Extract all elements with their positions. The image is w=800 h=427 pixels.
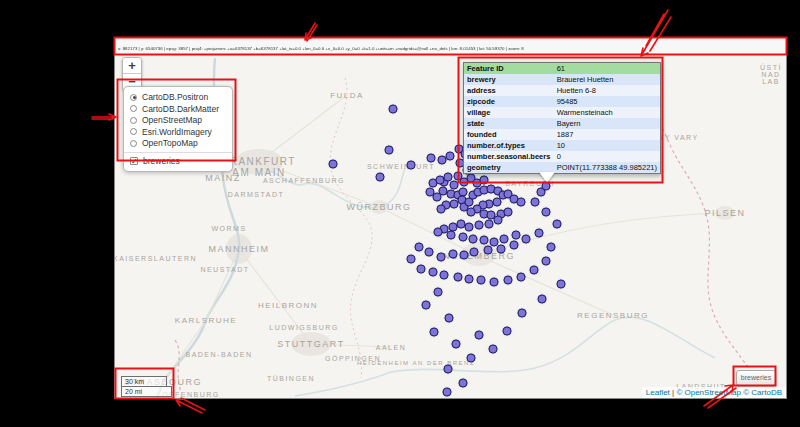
brewery-marker[interactable] xyxy=(452,340,461,349)
brewery-marker[interactable] xyxy=(469,235,478,244)
brewery-marker[interactable] xyxy=(447,231,456,240)
brewery-marker[interactable] xyxy=(547,243,556,252)
brewery-marker[interactable] xyxy=(517,198,526,207)
brewery-marker[interactable] xyxy=(538,295,547,304)
brewery-marker[interactable] xyxy=(454,273,463,282)
brewery-marker[interactable] xyxy=(557,280,566,289)
popup-tip xyxy=(539,172,555,183)
radio-icon[interactable] xyxy=(130,117,137,124)
brewery-marker[interactable] xyxy=(475,221,484,230)
popup-row: breweryBrauerei Huetten xyxy=(464,74,660,85)
map-window: x: 882173 | y: 6540736 | epsg: 3857 | pr… xyxy=(114,37,787,399)
zoom-to-breweries-button[interactable]: breweries xyxy=(736,370,776,386)
brewery-marker[interactable] xyxy=(517,273,526,282)
brewery-marker[interactable] xyxy=(450,181,459,190)
popup-row: number.seasonal.beers0 xyxy=(464,151,660,162)
brewery-marker[interactable] xyxy=(512,231,521,240)
brewery-marker[interactable] xyxy=(437,253,446,262)
popup-field-label: address xyxy=(464,85,554,96)
brewery-marker[interactable] xyxy=(444,365,453,374)
brewery-marker[interactable] xyxy=(389,105,398,114)
brewery-marker[interactable] xyxy=(497,245,506,254)
osm-link[interactable]: © OpenStreetMap xyxy=(676,388,741,397)
brewery-marker[interactable] xyxy=(465,223,474,232)
checkbox-icon[interactable]: ✓ xyxy=(130,157,138,165)
brewery-marker[interactable] xyxy=(489,345,498,354)
brewery-marker[interactable] xyxy=(427,154,436,163)
brewery-marker[interactable] xyxy=(445,314,454,323)
brewery-marker[interactable] xyxy=(530,266,539,275)
brewery-marker[interactable] xyxy=(467,354,476,363)
brewery-marker[interactable] xyxy=(376,173,385,182)
brewery-marker[interactable] xyxy=(542,208,551,217)
brewery-marker[interactable] xyxy=(440,271,449,280)
base-layer-option-esri-worldimagery[interactable]: Esri.WorldImagery xyxy=(130,127,226,138)
brewery-marker[interactable] xyxy=(490,278,499,287)
brewery-marker[interactable] xyxy=(407,161,416,170)
brewery-marker[interactable] xyxy=(465,275,474,284)
brewery-marker[interactable] xyxy=(417,265,426,274)
brewery-marker[interactable] xyxy=(449,250,458,259)
base-layer-option-openstreetmap[interactable]: OpenStreetMap xyxy=(130,115,226,126)
brewery-marker[interactable] xyxy=(500,235,509,244)
brewery-marker[interactable] xyxy=(429,268,438,277)
brewery-marker[interactable] xyxy=(477,276,486,285)
brewery-marker[interactable] xyxy=(480,236,489,245)
brewery-marker[interactable] xyxy=(518,309,527,318)
brewery-marker[interactable] xyxy=(430,328,439,337)
brewery-marker[interactable] xyxy=(503,327,512,336)
base-layer-option-opentopomap[interactable]: OpenTopoMap xyxy=(130,138,226,149)
brewery-marker[interactable] xyxy=(437,205,446,214)
brewery-marker[interactable] xyxy=(535,229,544,238)
overlay-option-breweries[interactable]: ✓breweries xyxy=(130,156,226,167)
brewery-marker[interactable] xyxy=(480,176,489,185)
brewery-marker[interactable] xyxy=(385,146,394,155)
base-layer-option-cartodb-darkmatter[interactable]: CartoDB.DarkMatter xyxy=(130,104,226,115)
popup-field-label: zipcode xyxy=(464,96,554,107)
brewery-marker[interactable] xyxy=(443,388,452,397)
brewery-marker[interactable] xyxy=(467,208,476,217)
popup-field-value: Huetten 6-8 xyxy=(554,85,660,96)
radio-icon[interactable] xyxy=(130,128,137,135)
leaflet-map[interactable]: FRANKFURT AM MAINMAINZASCHAFFENBURGDARMS… xyxy=(115,55,786,398)
brewery-marker[interactable] xyxy=(504,208,513,217)
radio-icon[interactable] xyxy=(130,105,137,112)
zoom-in-button[interactable]: + xyxy=(123,58,141,74)
layer-control[interactable]: CartoDB.PositronCartoDB.DarkMatterOpenSt… xyxy=(123,86,233,172)
brewery-marker[interactable] xyxy=(522,235,531,244)
brewery-marker[interactable] xyxy=(553,220,562,229)
brewery-marker[interactable] xyxy=(475,331,484,340)
radio-icon[interactable] xyxy=(130,140,137,147)
brewery-marker[interactable] xyxy=(510,241,519,250)
brewery-marker[interactable] xyxy=(446,152,455,161)
brewery-marker[interactable] xyxy=(425,248,434,257)
brewery-marker[interactable] xyxy=(457,220,466,229)
leaflet-link[interactable]: Leaflet xyxy=(646,388,670,397)
radio-icon[interactable] xyxy=(130,94,137,101)
brewery-marker[interactable] xyxy=(450,200,459,209)
base-layer-option-cartodb-positron[interactable]: CartoDB.Positron xyxy=(130,92,226,103)
brewery-marker[interactable] xyxy=(460,251,469,260)
brewery-marker[interactable] xyxy=(493,198,502,207)
popup-row: geometryPOINT(11.773388 49.985221) xyxy=(464,162,660,173)
brewery-marker[interactable] xyxy=(459,233,468,242)
brewery-marker[interactable] xyxy=(459,379,468,388)
brewery-marker[interactable] xyxy=(542,257,551,266)
brewery-marker[interactable] xyxy=(484,246,493,255)
brewery-marker[interactable] xyxy=(415,243,424,252)
brewery-marker[interactable] xyxy=(407,255,416,264)
brewery-marker[interactable] xyxy=(426,188,435,197)
popup-field-value: 0 xyxy=(554,151,660,162)
overlay-layer-list: ✓breweries xyxy=(130,156,226,167)
brewery-marker[interactable] xyxy=(434,288,443,297)
carto-link[interactable]: © CartoDB xyxy=(743,388,782,397)
brewery-marker[interactable] xyxy=(485,220,494,229)
brewery-marker[interactable] xyxy=(531,198,540,207)
brewery-marker[interactable] xyxy=(494,216,503,225)
brewery-marker[interactable] xyxy=(434,228,443,237)
brewery-marker[interactable] xyxy=(504,276,513,285)
brewery-marker[interactable] xyxy=(329,160,338,169)
brewery-marker[interactable] xyxy=(470,248,479,257)
brewery-marker[interactable] xyxy=(422,301,431,310)
layer-control-separator xyxy=(124,152,232,153)
